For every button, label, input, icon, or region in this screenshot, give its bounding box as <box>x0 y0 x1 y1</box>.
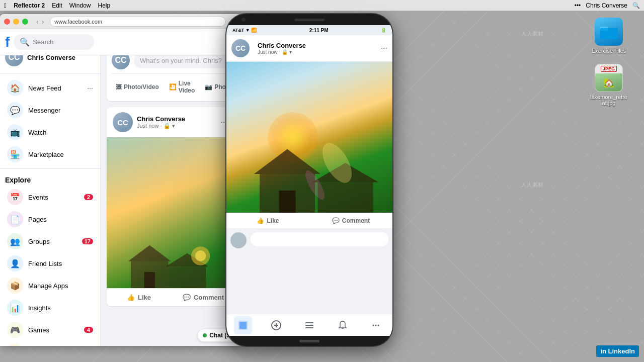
phone-post-options-btn[interactable]: ··· <box>381 44 387 53</box>
sidebar-item-games[interactable]: 🎮 Games 4 <box>2 319 98 341</box>
menu-window[interactable]: Window <box>69 2 91 9</box>
phone-comment-input[interactable] <box>251 232 388 246</box>
phone-status-right: 🔋 <box>381 28 386 33</box>
phone-post-avatar: CC <box>231 39 250 57</box>
phone-nav-menu[interactable] <box>300 316 318 334</box>
house-silhouette-svg <box>107 198 235 288</box>
photo-icon: 📷 <box>205 83 212 90</box>
phone-home-indicator[interactable] <box>299 340 319 342</box>
post-like-btn[interactable]: 👍 Like <box>109 291 169 304</box>
news-feed-options[interactable]: ··· <box>87 84 93 92</box>
marketplace-label: Marketplace <box>28 151 93 158</box>
phone-frame: AT&T ▼ 📶 2:11 PM 🔋 CC Chris Converse Jus… <box>226 14 392 346</box>
post-header: CC Chris Converse Just now · 🔒 ▾ ··· <box>107 107 235 137</box>
sidebar-item-manage-apps[interactable]: 📦 Manage Apps <box>2 275 98 297</box>
sidebar-item-news-feed[interactable]: 🏠 News Feed ··· <box>2 77 98 99</box>
phone-notch <box>226 14 392 25</box>
explore-header: Explore <box>0 172 100 186</box>
post-comment-btn[interactable]: 💬 Comment <box>173 291 233 304</box>
menubar-right: ••• Chris Converse 🔍 <box>575 2 640 9</box>
composer-actions: 🖼 Photo/Video 🎦 Live Video 📷 Photo <box>112 73 230 96</box>
svg-point-22 <box>373 324 374 326</box>
browser-forward-btn[interactable]: › <box>42 18 44 26</box>
phone-nav-post[interactable] <box>267 316 285 334</box>
sidebar-item-friend-lists[interactable]: 👤 Friend Lists <box>2 252 98 275</box>
sidebar-item-marketplace[interactable]: 🏪 Marketplace <box>2 143 98 165</box>
phone-comment-btn[interactable]: 💬 Comment <box>309 213 392 228</box>
phone-bottom-nav <box>226 314 392 336</box>
facebook-sidebar: CC Chris Converse 🏠 News Feed ··· 💬 Mess… <box>0 40 101 346</box>
browser-url-bar[interactable]: www.facebook.com <box>50 17 226 27</box>
folder-icon-img <box>595 18 623 46</box>
groups-icon: 👥 <box>7 233 23 249</box>
svg-rect-2 <box>600 28 618 39</box>
groups-label: Groups <box>28 238 77 245</box>
friend-lists-label: Friend Lists <box>28 260 93 267</box>
browser-close-btn[interactable] <box>4 19 10 25</box>
apple-logo:  <box>4 2 7 10</box>
svg-rect-18 <box>305 322 313 323</box>
like-label: Like <box>138 294 151 301</box>
sidebar-item-pages[interactable]: 📄 Pages <box>2 208 98 230</box>
jpeg-file-label: lakemore_retreat.jpg <box>589 94 629 106</box>
svg-point-23 <box>375 324 377 326</box>
phone-post-meta: Chris Converse Just now · 🔒 ▾ <box>254 42 377 55</box>
sidebar-item-groups[interactable]: 👥 Groups 17 <box>2 230 98 252</box>
jpeg-icon-img: JPEG 🏡 <box>595 64 623 92</box>
composer-photo-video-btn[interactable]: 🖼 Photo/Video <box>112 81 163 93</box>
menu-edit[interactable]: Edit <box>52 2 62 9</box>
photo-video-label: Photo/Video <box>124 83 159 90</box>
sidebar-divider-1 <box>0 73 100 74</box>
linkedin-badge: in LinkedIn <box>596 345 639 357</box>
phone-post-author: Chris Converse <box>258 42 377 49</box>
phone-nav-notifications[interactable] <box>334 316 352 334</box>
photo-video-icon: 🖼 <box>116 83 122 90</box>
browser-maximize-btn[interactable] <box>22 19 28 25</box>
on-this-day-icon: 🔔 <box>7 344 23 346</box>
search-icon: 🔍 <box>20 37 30 47</box>
news-feed-label: News Feed <box>28 84 82 92</box>
browser-minimize-btn[interactable] <box>13 19 19 25</box>
sidebar-divider-2 <box>0 168 100 169</box>
sidebar-item-watch[interactable]: 📺 Watch <box>2 121 98 143</box>
browser-nav: ‹ › <box>36 18 44 26</box>
jpeg-file-icon[interactable]: JPEG 🏡 lakemore_retreat.jpg <box>589 64 629 106</box>
sidebar-item-events[interactable]: 📅 Events 2 <box>2 186 98 208</box>
svg-point-24 <box>378 324 379 326</box>
sidebar-item-on-this-day[interactable]: 🔔 On This Day 6 <box>2 341 98 346</box>
exercise-files-icon[interactable]: Exercise Files <box>589 18 629 54</box>
svg-rect-14 <box>239 322 247 329</box>
browser-back-btn[interactable]: ‹ <box>36 18 39 26</box>
svg-marker-3 <box>128 245 171 261</box>
sidebar-item-insights[interactable]: 📊 Insights <box>2 297 98 319</box>
games-icon: 🎮 <box>7 322 23 338</box>
menu-help[interactable]: Help <box>98 2 111 9</box>
watch-label: Watch <box>28 129 93 136</box>
phone-like-btn[interactable]: 👍 Like <box>226 213 309 228</box>
phone-like-icon: 👍 <box>257 217 264 224</box>
sidebar-item-messenger[interactable]: 💬 Messenger <box>2 99 98 121</box>
phone-nav-more[interactable] <box>367 316 385 334</box>
messenger-label: Messenger <box>28 107 93 114</box>
phone-nav-home[interactable] <box>234 316 252 334</box>
composer-live-video-btn[interactable]: 🎦 Live Video <box>165 78 199 96</box>
phone-house-svg <box>226 130 392 213</box>
facebook-main-content: CC What's on your mind, Chris? 🖼 Photo/V… <box>101 40 242 346</box>
phone-time: 2:11 PM <box>257 28 381 33</box>
comment-icon: 💬 <box>183 294 191 301</box>
search-input[interactable] <box>33 38 88 46</box>
phone-battery-icon: 🔋 <box>381 28 386 33</box>
app-name[interactable]: Reflector 2 <box>14 2 45 9</box>
events-icon: 📅 <box>7 189 23 205</box>
browser-window: ‹ › www.facebook.com ↻ f 🔍 CC Chris Conv… <box>0 14 242 346</box>
menubar-search-icon[interactable]: 🔍 <box>632 2 640 9</box>
menubar-dots: ••• <box>575 2 581 9</box>
facebook-header: f 🔍 <box>0 29 242 55</box>
comment-label: Comment <box>194 294 224 301</box>
svg-marker-8 <box>254 149 320 174</box>
pages-label: Pages <box>28 216 93 223</box>
facebook-search-bar[interactable]: 🔍 <box>14 34 94 50</box>
exercise-files-label: Exercise Files <box>592 48 626 54</box>
svg-rect-10 <box>279 191 296 213</box>
pages-icon: 📄 <box>7 211 23 227</box>
